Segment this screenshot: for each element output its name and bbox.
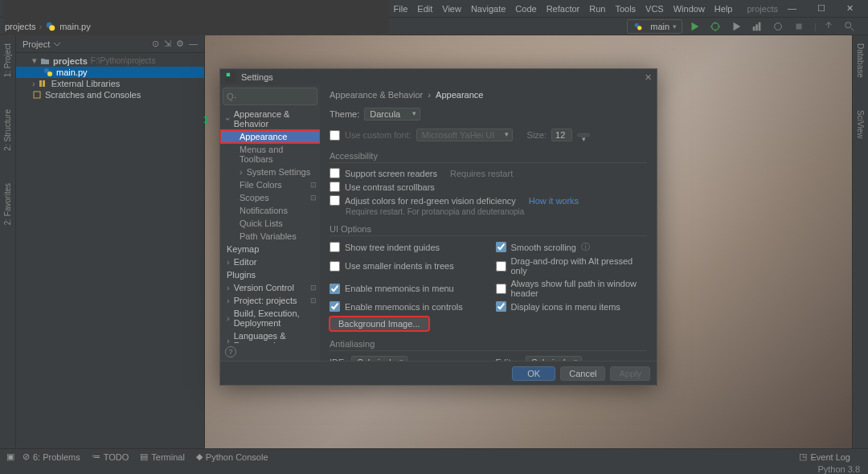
settings-item-appearance-behavior[interactable]: Appearance & Behavior xyxy=(220,108,320,130)
menu-edit[interactable]: Edit xyxy=(412,4,437,14)
background-image-button[interactable]: Background Image... xyxy=(330,317,429,331)
stop-icon[interactable] xyxy=(793,21,805,32)
status-problems[interactable]: ⊘6: Problems xyxy=(23,452,80,462)
settings-item-notifications[interactable]: Notifications xyxy=(220,204,320,217)
toolwin-database[interactable]: Database xyxy=(856,43,865,78)
toolwin-project[interactable]: 1: Project xyxy=(3,43,12,77)
status-python[interactable]: Python 3.8 xyxy=(817,464,860,474)
font-size-field: 12 xyxy=(551,129,572,141)
menu-code[interactable]: Code xyxy=(510,4,541,14)
cancel-button[interactable]: Cancel xyxy=(560,366,605,381)
run-icon[interactable] xyxy=(689,21,700,32)
profile-icon[interactable] xyxy=(751,21,763,32)
cb-screenreader[interactable] xyxy=(330,168,340,178)
theme-combo[interactable]: Darcula xyxy=(364,108,420,121)
aa-editor-combo[interactable]: Subpixel xyxy=(526,356,582,361)
cb-mnem-menu[interactable] xyxy=(330,284,340,294)
gear-icon[interactable]: ⚙ xyxy=(176,39,184,49)
settings-item-file-colors[interactable]: File Colors⊡ xyxy=(220,178,320,191)
cb-tree[interactable] xyxy=(330,242,340,252)
run-config-select[interactable]: main ▾ xyxy=(627,19,682,34)
settings-item-editor[interactable]: Editor xyxy=(220,255,320,268)
breadcrumb-project[interactable]: projects xyxy=(5,22,36,31)
tree-ext-libs[interactable]: External Libraries xyxy=(51,79,121,88)
cb-smooth[interactable] xyxy=(496,242,506,252)
settings-item-quick-lists[interactable]: Quick Lists xyxy=(220,217,320,230)
expand-all-icon[interactable]: ⇲ xyxy=(164,39,171,49)
tree-root[interactable]: projects xyxy=(53,56,88,66)
settings-item-appearance[interactable]: Appearance xyxy=(220,130,320,143)
cb-screenreader-label: Support screen readers xyxy=(345,169,437,178)
howitworks-link[interactable]: How it works xyxy=(529,196,579,206)
toolwin-sciview[interactable]: SciView xyxy=(856,110,865,138)
callout-1: 1 xyxy=(203,114,209,125)
cb-colorblind[interactable] xyxy=(330,195,340,206)
menu-help[interactable]: Help xyxy=(710,4,738,14)
aa-ide-combo[interactable]: Subpixel xyxy=(351,356,407,361)
breadcrumb-file[interactable]: main.py xyxy=(59,22,91,31)
python-file-icon xyxy=(43,67,53,77)
search-icon[interactable] xyxy=(844,21,855,32)
apply-button[interactable]: Apply xyxy=(610,366,650,381)
status-pyconsole[interactable]: ◆Python Console xyxy=(196,452,268,462)
dialog-close-icon[interactable]: ✕ xyxy=(645,72,652,83)
cb-colorblind-hint: Requires restart. For protanopia and deu… xyxy=(330,207,647,216)
cb-dnd-label: Drag-and-drop with Alt pressed only xyxy=(511,256,648,276)
cb-mnem-menu-label: Enable mnemonics in menu xyxy=(345,284,454,293)
close-icon[interactable]: ✕ xyxy=(841,3,858,14)
cb-contrast[interactable] xyxy=(330,182,340,192)
tree-scratches[interactable]: Scratches and Consoles xyxy=(45,90,141,100)
menu-window[interactable]: Window xyxy=(669,4,710,14)
cb-dnd[interactable] xyxy=(496,261,506,272)
select-opened-icon[interactable]: ⊙ xyxy=(152,39,159,49)
svg-rect-9 xyxy=(759,22,761,31)
status-todo[interactable]: ≔TODO xyxy=(92,452,129,462)
menu-view[interactable]: View xyxy=(437,4,466,14)
settings-item-project-projects[interactable]: Project: projects⊡ xyxy=(220,294,320,307)
settings-tree[interactable]: Appearance & BehaviorAppearanceMenus and… xyxy=(220,108,320,343)
custom-font-checkbox[interactable] xyxy=(330,130,340,141)
concurrency-icon[interactable] xyxy=(772,21,784,32)
run-coverage-icon[interactable] xyxy=(731,21,742,32)
help-icon[interactable]: ? xyxy=(225,346,236,358)
settings-item-keymap[interactable]: Keymap xyxy=(220,243,320,255)
debug-icon[interactable] xyxy=(710,21,721,32)
project-tree[interactable]: ▾projectsF:\Python\projects main.py ›Ext… xyxy=(16,53,204,102)
toolwin-structure[interactable]: 2: Structure xyxy=(3,109,12,151)
vcs-update-icon[interactable] xyxy=(823,21,834,32)
ok-button[interactable]: OK xyxy=(512,366,555,381)
menu-run[interactable]: Run xyxy=(584,4,610,14)
font-size-label: Size: xyxy=(527,130,547,140)
tree-file-main[interactable]: main.py xyxy=(56,67,88,77)
status-bar: ▣ ⊘6: Problems ≔TODO ▤Terminal ◆Python C… xyxy=(0,448,868,464)
cb-mnem-ctrl[interactable] xyxy=(330,301,340,312)
cb-full[interactable] xyxy=(496,284,506,294)
settings-item-path-variables[interactable]: Path Variables xyxy=(220,230,320,243)
maximize-icon[interactable]: ☐ xyxy=(813,3,830,14)
settings-item-scopes[interactable]: Scopes⊡ xyxy=(220,191,320,204)
status-eventlog[interactable]: ◳Event Log xyxy=(799,452,850,462)
settings-search[interactable]: Q- xyxy=(223,88,317,105)
settings-item-languages-frameworks[interactable]: Languages & Frameworks xyxy=(220,329,320,343)
settings-item-version-control[interactable]: Version Control⊡ xyxy=(220,281,320,294)
menu-tools[interactable]: Tools xyxy=(610,4,641,14)
toolwin-favorites[interactable]: 2: Favorites xyxy=(3,183,12,225)
hide-toolwins-icon[interactable]: ▣ xyxy=(6,452,14,462)
status-terminal[interactable]: ▤Terminal xyxy=(140,452,185,462)
menu-navigate[interactable]: Navigate xyxy=(466,4,510,14)
menu-file[interactable]: File xyxy=(389,4,413,14)
settings-item-plugins[interactable]: Plugins xyxy=(220,268,320,281)
cb-small[interactable] xyxy=(330,261,340,272)
chevron-down-icon[interactable] xyxy=(53,40,61,48)
settings-item-build-execution-deployment[interactable]: Build, Execution, Deployment xyxy=(220,307,320,329)
right-toolstrip: Database SciView xyxy=(852,35,868,456)
minimize-icon[interactable]: — xyxy=(783,3,801,14)
cb-icons[interactable] xyxy=(496,301,506,312)
theme-label: Theme: xyxy=(330,109,359,119)
menu-vcs[interactable]: VCS xyxy=(641,4,669,14)
menu-refactor[interactable]: Refactor xyxy=(542,4,585,14)
hide-icon[interactable]: — xyxy=(189,39,198,49)
settings-item-system-settings[interactable]: System Settings xyxy=(220,165,320,178)
custom-font-label: Use custom font: xyxy=(345,129,411,141)
settings-item-menus-and-toolbars[interactable]: Menus and Toolbars xyxy=(220,143,320,165)
